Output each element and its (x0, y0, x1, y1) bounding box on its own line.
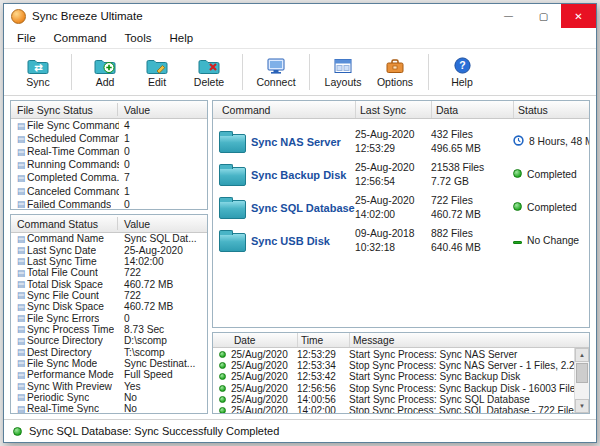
stat-row[interactable]: ▤Canceled Commands1 (11, 184, 207, 197)
log-row[interactable]: 25/Aug/202014:02:00Stop Sync Process: Sy… (213, 405, 574, 414)
column-header-last-sync[interactable]: Last Sync (355, 101, 431, 118)
log-status-icon (213, 373, 231, 380)
stat-row[interactable]: ▤Real-Time SyncNo (11, 403, 207, 414)
stat-row[interactable]: ▤Periodic SyncNo (11, 392, 207, 403)
column-header-date[interactable]: Date (231, 333, 297, 347)
stat-row[interactable]: ▤File Sync Errors0 (11, 312, 207, 323)
toolbar-help-button[interactable]: ?Help (436, 51, 488, 93)
data-cell: 882 Files640.46 MB (431, 227, 513, 254)
scrollbar-thumb[interactable] (576, 363, 588, 383)
command-status-panel: Command Status Value ▤Command NameSync S… (10, 214, 208, 414)
status-ok-icon (13, 427, 22, 436)
menu-command[interactable]: Command (45, 30, 116, 46)
title-bar[interactable]: Sync Breeze Ultimate (4, 4, 596, 28)
toolbar-layouts-button[interactable]: Layouts (317, 51, 369, 93)
stat-label: Sync File Count (27, 290, 99, 301)
svg-text:?: ? (459, 59, 465, 71)
last-sync-cell: 25-Aug-202012:56:54 (355, 161, 431, 188)
command-row[interactable]: Sync NAS Server25-Aug-202012:53:29432 Fi… (213, 125, 589, 158)
close-button[interactable] (561, 4, 596, 28)
log-table-header[interactable]: Date Time Message (213, 333, 589, 348)
command-name: Sync NAS Server (251, 136, 355, 148)
list-item-icon: ▤ (15, 147, 27, 157)
stat-row[interactable]: ▤Sync Disk Space460.72 MB (11, 301, 207, 312)
options-icon (385, 57, 405, 75)
stat-row[interactable]: ▤File Sync Commands4 (11, 119, 207, 132)
file-sync-status-header[interactable]: File Sync Status Value (11, 101, 207, 119)
menu-bar: FileCommandToolsHelp (4, 28, 596, 49)
folder-icon-shape (219, 167, 246, 186)
toolbar-sync-button[interactable]: ⇄Sync (12, 51, 64, 93)
log-row[interactable]: 25/Aug/202012:56:56Stop Sync Process: Sy… (213, 383, 574, 394)
toolbar-separator (71, 54, 72, 90)
toolbar-options-button[interactable]: Options (369, 51, 421, 93)
commands-table-header[interactable]: Command Last Sync Data Status (213, 101, 589, 119)
column-header-status[interactable]: Status (513, 101, 589, 118)
data-cell: 21538 Files7.72 GB (431, 161, 513, 188)
stat-row[interactable]: ▤Source DirectoryD:\scomp (11, 335, 207, 346)
minimize-button[interactable] (491, 4, 526, 28)
stat-row[interactable]: ▤Sync Process Time8.73 Sec (11, 324, 207, 335)
column-header-command[interactable]: Command (213, 101, 355, 118)
list-item-icon: ▤ (15, 134, 27, 144)
stat-label: Sync Disk Space (27, 301, 104, 312)
list-item-icon: ▤ (15, 121, 27, 131)
stat-row[interactable]: ▤Total File Count722 (11, 267, 207, 278)
menu-file[interactable]: File (8, 30, 45, 46)
stat-row[interactable]: ▤Performance ModeFull Speed (11, 369, 207, 380)
folder-icon (213, 230, 251, 252)
status-text: No Change (527, 235, 579, 246)
toolbar-delete-button[interactable]: Delete (183, 51, 235, 93)
content-area: File Sync Status Value ▤File Sync Comman… (4, 96, 596, 419)
stat-label: Last Sync Time (27, 256, 97, 267)
stat-row[interactable]: ▤Real-Time Commands0 (11, 145, 207, 158)
log-status-icon (213, 396, 231, 403)
menu-tools[interactable]: Tools (116, 30, 161, 46)
stat-row[interactable]: ▤Scheduled Comman...1 (11, 132, 207, 145)
column-header-data[interactable]: Data (431, 101, 513, 118)
stat-row[interactable]: ▤Command NameSync SQL Dat... (11, 233, 207, 244)
stat-row[interactable]: ▤Last Sync Time14:02:00 (11, 256, 207, 267)
layouts-icon (333, 57, 353, 75)
command-row[interactable]: Sync USB Disk09-Aug-201810:32:18882 File… (213, 224, 589, 257)
log-time: 14:02:00 (297, 405, 349, 414)
log-row[interactable]: 25/Aug/202012:53:42Start Sync Process: S… (213, 371, 574, 382)
stat-row[interactable]: ▤Total Disk Space460.72 MB (11, 278, 207, 289)
scroll-up-icon[interactable]: ▲ (575, 348, 589, 362)
log-row[interactable]: 25/Aug/202012:53:34Stop Sync Process: Sy… (213, 360, 574, 371)
toolbar-edit-button[interactable]: Edit (131, 51, 183, 93)
log-row[interactable]: 25/Aug/202014:00:56Start Sync Process: S… (213, 394, 574, 405)
command-status-header[interactable]: Command Status Value (11, 215, 207, 233)
command-row[interactable]: Sync SQL Database25-Aug-202014:02:00722 … (213, 191, 589, 224)
stat-row[interactable]: ▤Sync File Count722 (11, 290, 207, 301)
stat-row[interactable]: ▤Sync With PreviewYes (11, 380, 207, 391)
list-item-icon: ▤ (15, 160, 27, 170)
toolbar-connect-button[interactable]: Connect (250, 51, 302, 93)
stat-row[interactable]: ▤Dest DirectoryT:\scomp (11, 346, 207, 357)
column-header-time[interactable]: Time (297, 333, 349, 347)
stat-label: Canceled Commands (27, 186, 119, 197)
column-header-message[interactable]: Message (349, 333, 589, 347)
folder-icon (213, 131, 251, 153)
command-row[interactable]: Sync Backup Disk25-Aug-202012:56:5421538… (213, 158, 589, 191)
toolbar-button-label: Sync (26, 76, 49, 88)
stat-row[interactable]: ▤Completed Comma...7 (11, 171, 207, 184)
log-status-icon (213, 351, 231, 358)
column-header-value: Value (124, 104, 150, 116)
scroll-down-icon[interactable]: ▼ (575, 399, 589, 413)
toolbar-add-button[interactable]: Add (79, 51, 131, 93)
stat-row[interactable]: ▤Last Sync Date25-Aug-2020 (11, 244, 207, 255)
stat-label: Real-Time Sync (27, 403, 99, 414)
list-item-icon: ▤ (15, 404, 27, 414)
stat-label: Real-Time Commands (27, 146, 119, 157)
stat-row[interactable]: ▤Running Commands0 (11, 158, 207, 171)
log-row[interactable]: 25/Aug/202012:53:29Start Sync Process: S… (213, 349, 574, 360)
stat-label: Dest Directory (27, 347, 92, 358)
toolbar-separator (242, 54, 243, 90)
stat-label: File Sync Errors (27, 313, 99, 324)
log-scrollbar[interactable]: ▲ ▼ (574, 348, 589, 413)
menu-help[interactable]: Help (160, 30, 202, 46)
maximize-button[interactable] (526, 4, 561, 28)
stat-row[interactable]: ▤Failed Commands0 (11, 198, 207, 210)
stat-row[interactable]: ▤File Sync ModeSync Destinat... (11, 358, 207, 369)
